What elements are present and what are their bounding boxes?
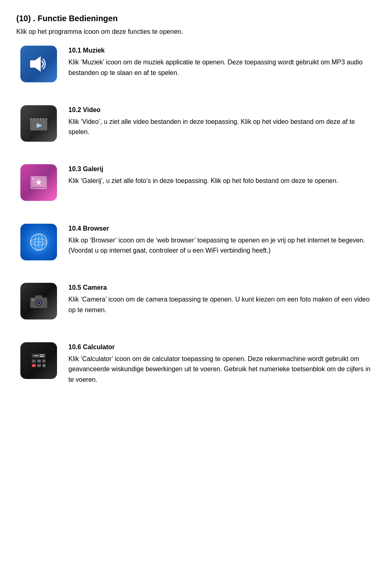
section-gallery: Gallery 10.3 Galerij Klik ‘Galerij’, u z…: [16, 164, 375, 212]
section-music: Music 10.1 Muziek Klik ‘Muziek’ icoon om…: [16, 46, 375, 94]
svg-text:=: =: [38, 364, 40, 367]
calculator-app-icon[interactable]: + - × ÷ = %: [20, 342, 57, 379]
music-icon: [28, 53, 50, 75]
camera-icon-label: Camera: [29, 323, 48, 331]
icon-block-video: Video: [16, 105, 61, 153]
svg-text:%: %: [43, 364, 45, 367]
browser-content: 10.4 Browser Klik op ‘Browser’ icoon om …: [68, 224, 375, 256]
svg-rect-0: [30, 60, 35, 68]
gallery-icon-label: Gallery: [30, 204, 48, 212]
video-icon-label: Video: [31, 145, 46, 153]
svg-rect-24: [35, 295, 42, 299]
gallery-icon: [28, 172, 50, 194]
camera-app-icon[interactable]: [20, 283, 57, 319]
video-content: 10.2 Video Klik ‘Video’, u ziet alle vid…: [68, 105, 375, 137]
browser-heading: 10.4 Browser: [68, 224, 375, 233]
gallery-heading: 10.3 Galerij: [68, 164, 375, 174]
gallery-text: Klik ‘Galerij’, u ziet alle foto’s in de…: [68, 176, 375, 186]
browser-icon-label: Browser: [28, 264, 49, 272]
music-text: Klik ‘Muziek’ icoon om de muziek applica…: [68, 57, 375, 78]
browser-icon: [28, 231, 50, 253]
music-app-icon[interactable]: [20, 46, 57, 82]
section-video: Video 10.2 Video Klik ‘Video’, u ziet al…: [16, 105, 375, 153]
icon-block-music: Music: [16, 46, 61, 94]
icon-block-calculator: + - × ÷ = % Calculator: [16, 342, 61, 390]
calculator-icon-label: Calculator: [26, 382, 52, 390]
svg-marker-1: [35, 56, 41, 72]
svg-point-17: [32, 178, 34, 179]
svg-rect-7: [44, 118, 46, 121]
music-heading: 10.1 Muziek: [68, 46, 375, 55]
calculator-text: Klik ‘Calculator’ icoon om de calculator…: [68, 354, 375, 385]
svg-rect-29: [32, 299, 34, 301]
svg-rect-30: [32, 354, 46, 358]
svg-text:×: ×: [38, 359, 40, 362]
svg-text:+: +: [33, 364, 35, 368]
camera-icon: [28, 290, 50, 312]
intro-text: Klik op het programma icoon om deze func…: [16, 27, 375, 37]
video-heading: 10.2 Video: [68, 105, 375, 115]
browser-app-icon[interactable]: [20, 224, 57, 260]
icon-block-browser: Browser: [16, 224, 61, 272]
gallery-app-icon[interactable]: [20, 164, 57, 201]
camera-text: Klik ‘Camera’ icoon om de camera toepass…: [68, 294, 375, 315]
gallery-content: 10.3 Galerij Klik ‘Galerij’, u ziet alle…: [68, 164, 375, 186]
section-calculator: + - × ÷ = % Calculator 10.6 Calculator K…: [16, 342, 375, 390]
section-browser: Browser 10.4 Browser Klik op ‘Browser’ i…: [16, 224, 375, 272]
calculator-content: 10.6 Calculator Klik ‘Calculator’ icoon …: [68, 342, 375, 385]
video-app-icon[interactable]: [20, 105, 57, 142]
camera-content: 10.5 Camera Klik ‘Camera’ icoon om de ca…: [68, 283, 375, 315]
svg-text:÷: ÷: [43, 359, 45, 362]
video-icon: [28, 112, 50, 134]
section-camera: Camera 10.5 Camera Klik ‘Camera’ icoon o…: [16, 283, 375, 331]
icon-block-gallery: Gallery: [16, 164, 61, 212]
calculator-icon: + - × ÷ = %: [28, 350, 50, 372]
svg-point-28: [37, 302, 40, 304]
music-icon-label: Music: [31, 86, 46, 94]
icon-block-camera: Camera: [16, 283, 61, 331]
page-title: (10) . Functie Bedieningen: [16, 12, 375, 24]
browser-text: Klik op ‘Browser’ icoon om de ‘web brows…: [68, 235, 375, 256]
video-text: Klik ‘Video’, u ziet alle video bestande…: [68, 117, 375, 137]
calculator-heading: 10.6 Calculator: [68, 342, 375, 352]
camera-heading: 10.5 Camera: [68, 283, 375, 293]
music-content: 10.1 Muziek Klik ‘Muziek’ icoon om de mu…: [68, 46, 375, 78]
